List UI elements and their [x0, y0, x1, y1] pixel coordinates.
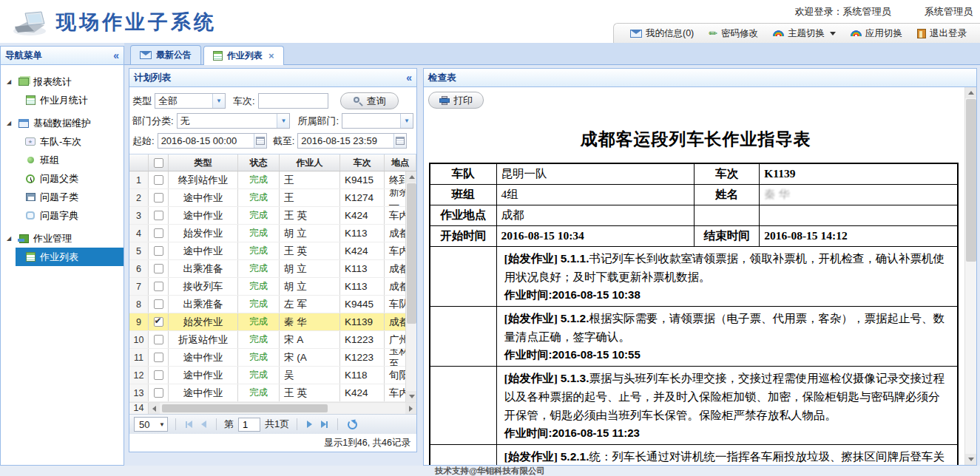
- search-button[interactable]: 查询: [340, 92, 399, 109]
- cell-train: K113: [340, 278, 385, 295]
- first-page-button[interactable]: [183, 421, 195, 428]
- table-row[interactable]: 3 途中作业 完成 王 英 K424 车内: [129, 207, 416, 225]
- page-size-select[interactable]: 50 ▼: [134, 417, 168, 432]
- change-password-button[interactable]: ✏ 密码修改: [701, 27, 766, 40]
- empty-cell: [760, 205, 958, 225]
- dept-select[interactable]: ▼: [342, 113, 413, 129]
- sidebar-item-base-data[interactable]: ◢ 基础数据维护: [1, 114, 124, 132]
- sidebar-collapse-button[interactable]: «: [113, 50, 119, 61]
- document-vertical-scrollbar[interactable]: [964, 87, 976, 465]
- table-row[interactable]: 13 途中作业 完成 王 英 K424 车内: [129, 384, 416, 402]
- next-page-button[interactable]: [305, 421, 314, 428]
- col-type[interactable]: 类型: [169, 154, 238, 171]
- table-row[interactable]: 1 终到站作业 完成 王 K9415 终到: [129, 171, 416, 189]
- tab-latest-announcements[interactable]: 最新公告: [130, 45, 201, 64]
- scroll-thumb[interactable]: [966, 99, 976, 262]
- plan-collapse-button[interactable]: «: [406, 72, 412, 84]
- row-checkbox[interactable]: [154, 353, 163, 362]
- sidebar-item-monthly-stats[interactable]: 作业月统计: [1, 91, 124, 109]
- logout-button[interactable]: 退出登录: [910, 27, 974, 40]
- sidebar-item-problem-child[interactable]: 问题子类: [1, 188, 124, 206]
- scroll-up-icon[interactable]: [965, 87, 976, 98]
- grid-vertical-scrollbar[interactable]: [405, 171, 416, 402]
- tree-expander-icon[interactable]: ◢: [7, 78, 14, 85]
- sidebar-item-job-list[interactable]: 作业列表: [16, 248, 124, 266]
- table-row[interactable]: 10 折返站作业 完成 宋 A K1223 广州: [129, 331, 416, 349]
- train-input[interactable]: [258, 93, 328, 109]
- row-checkbox[interactable]: [154, 299, 163, 309]
- app-switch-button[interactable]: 应用切换: [843, 27, 910, 40]
- col-person[interactable]: 作业人: [280, 154, 340, 171]
- chevron-down-icon[interactable]: ▼: [400, 114, 413, 128]
- type-select[interactable]: 全部 ▼: [155, 93, 226, 109]
- sidebar-title: 导航菜单: [5, 50, 42, 62]
- row-checkbox[interactable]: [154, 246, 163, 256]
- scroll-down-icon[interactable]: [406, 391, 416, 402]
- cell-person: 胡 立: [280, 225, 340, 242]
- row-checkbox[interactable]: [154, 388, 163, 398]
- chevron-down-icon[interactable]: ▼: [277, 114, 289, 128]
- doc-item-time: 作业时间:2016-08-15 11:23: [504, 424, 950, 442]
- sidebar-item-fleet-train[interactable]: ★ 车队-车次: [1, 132, 124, 151]
- col-place[interactable]: 地点: [385, 154, 416, 171]
- sidebar-item-job-mgmt[interactable]: ◢ 作业管理: [1, 229, 124, 248]
- sidebar-item-team-group[interactable]: 班组: [1, 151, 124, 169]
- row-checkbox[interactable]: [154, 193, 163, 203]
- close-icon[interactable]: ×: [268, 50, 274, 61]
- sidebar-item-problem-parent[interactable]: 问题父类: [1, 169, 124, 188]
- row-checkbox[interactable]: [154, 264, 163, 273]
- row-checkbox[interactable]: [154, 370, 163, 380]
- sidebar-item-label: 作业月统计: [40, 94, 88, 107]
- table-row[interactable]: 12 途中作业 完成 吴 K118 旬阳--: [129, 367, 416, 384]
- page-number-input[interactable]: [238, 418, 260, 432]
- tree-expander-icon[interactable]: ◢: [7, 120, 14, 126]
- end-date-field[interactable]: 2016-08-15 23:59: [297, 133, 407, 149]
- prev-page-button[interactable]: [199, 421, 209, 428]
- tree-expander-icon[interactable]: ◢: [7, 235, 14, 242]
- calendar-icon[interactable]: [393, 134, 406, 148]
- chevron-down-icon[interactable]: ▼: [212, 94, 225, 108]
- row-checkbox[interactable]: [154, 317, 163, 327]
- current-user[interactable]: 系统管理员: [925, 6, 973, 17]
- cell-status: 完成: [238, 384, 280, 401]
- table-row[interactable]: 7 接收列车 完成 胡 立 K113 成都: [129, 278, 416, 296]
- scroll-thumb[interactable]: [162, 404, 328, 412]
- sidebar-item-problem-dict[interactable]: 问题字典: [1, 206, 124, 225]
- col-train[interactable]: 车次: [340, 154, 385, 171]
- row-checkbox[interactable]: [154, 335, 163, 344]
- grid-horizontal-scrollbar[interactable]: [149, 403, 416, 414]
- scroll-left-icon[interactable]: [149, 403, 160, 414]
- row-checkbox[interactable]: [154, 175, 163, 185]
- tab-job-list[interactable]: 作业列表 ×: [203, 46, 284, 65]
- table-icon: [213, 51, 223, 61]
- row-checkbox[interactable]: [154, 211, 163, 220]
- scroll-up-icon[interactable]: [406, 171, 416, 183]
- last-page-button[interactable]: [319, 421, 330, 428]
- scroll-thumb[interactable]: [407, 183, 416, 324]
- col-status[interactable]: 状态: [238, 154, 280, 171]
- theme-switch-button[interactable]: 主题切换: [766, 27, 843, 40]
- select-all-checkbox[interactable]: [154, 158, 163, 168]
- refresh-button[interactable]: [345, 420, 359, 429]
- my-messages-button[interactable]: 我的信息(0): [623, 27, 701, 40]
- col-checkbox[interactable]: [149, 154, 169, 171]
- doc-item-time: 作业时间:2016-08-15 10:38: [504, 286, 950, 304]
- sidebar-item-report-stats[interactable]: ◢ 报表统计: [1, 72, 124, 91]
- check-sheet-panel: 检查表 打印 成都客运段列车长作业指导表 车队: [423, 68, 977, 466]
- dept-label: 所属部门:: [297, 115, 339, 128]
- table-row[interactable]: 5 途中作业 完成 王 英 K424 车内: [129, 242, 416, 260]
- table-row[interactable]: 9 始发作业 完成 秦 华 K1139 成都: [129, 313, 416, 331]
- scroll-down-icon[interactable]: [965, 454, 976, 465]
- table-row[interactable]: 8 出乘准备 完成 左 军 K9445 车队: [129, 296, 416, 313]
- table-row[interactable]: 2 途中作业 完成 王 K1274 新余—: [129, 189, 416, 207]
- dept-class-select[interactable]: 无 ▼: [177, 113, 291, 129]
- table-row[interactable]: 6 出乘准备 完成 胡 立 K113 成都: [129, 260, 416, 278]
- print-button[interactable]: 打印: [428, 92, 484, 109]
- scroll-right-icon[interactable]: [405, 403, 416, 414]
- row-checkbox[interactable]: [154, 228, 163, 238]
- table-row[interactable]: 11 途中作业 完成 宋 (A K1223 玉林至: [129, 349, 416, 367]
- table-row[interactable]: 4 始发作业 完成 胡 立 K113 成都: [129, 225, 416, 242]
- calendar-icon[interactable]: [254, 134, 266, 148]
- start-date-field[interactable]: 2016-08-15 00:00: [158, 133, 267, 149]
- row-checkbox[interactable]: [154, 282, 163, 291]
